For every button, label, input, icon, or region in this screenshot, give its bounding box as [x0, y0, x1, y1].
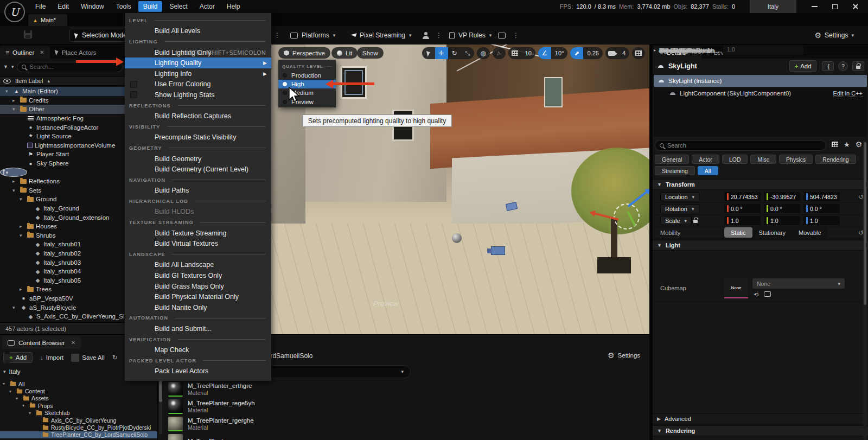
- location-z-field[interactable]: 504.74823: [803, 192, 840, 201]
- expander-icon[interactable]: ▾: [22, 403, 27, 408]
- filter-chip[interactable]: Physics: [779, 155, 813, 164]
- filter-chip[interactable]: LOD: [722, 155, 748, 164]
- menubar-item[interactable]: Window: [76, 1, 109, 12]
- move-tool-button[interactable]: [435, 47, 448, 59]
- asset-row[interactable]: M_TreePlanter_erthgreMaterial: [168, 380, 646, 398]
- user-overflow[interactable]: ⋮: [436, 29, 443, 42]
- folder-row[interactable]: ▾ Assets: [0, 395, 157, 402]
- mobility-option[interactable]: Stationary: [752, 227, 793, 238]
- grid-snap-button[interactable]: [508, 47, 521, 59]
- grid-snap-value[interactable]: 10: [521, 50, 535, 56]
- show-dropdown[interactable]: Show: [357, 47, 384, 59]
- rotate-tool-button[interactable]: [448, 47, 461, 59]
- save-all-button[interactable]: Save All: [71, 354, 105, 362]
- build-menu-row[interactable]: Precompute Static Visibility Precompute …: [125, 132, 271, 143]
- section-rendering[interactable]: ▼ Rendering: [653, 425, 868, 436]
- build-menu-row[interactable]: Build Virtual Textures Build Virtual Tex…: [125, 238, 271, 249]
- build-menu-row[interactable]: TEXTURE STREAMING TEXTURE STREAMING ▶: [125, 217, 271, 228]
- quality-option[interactable]: High: [278, 80, 336, 88]
- quality-option[interactable]: Production: [278, 71, 336, 80]
- filter-chip[interactable]: Rendering: [815, 155, 856, 164]
- edit-in-cpp-link[interactable]: Edit in C++: [833, 90, 863, 97]
- expander-icon[interactable]: ▾: [12, 305, 18, 310]
- outliner-row[interactable]: Italy_shrub05: [0, 276, 126, 285]
- project-name-tab[interactable]: Italy: [750, 0, 796, 13]
- blueprint-button[interactable]: -[: [822, 61, 834, 71]
- menubar-item[interactable]: Select: [164, 1, 192, 12]
- rotation-x-field[interactable]: 0.0 °: [724, 204, 761, 213]
- perspective-dropdown[interactable]: Perspective: [278, 47, 330, 59]
- close-tab-icon[interactable]: ✕: [71, 340, 75, 346]
- scale-snap-value[interactable]: 0.25: [583, 50, 602, 56]
- rotation-z-field[interactable]: 0.0 °: [803, 204, 840, 213]
- build-menu-row[interactable]: GEOMETRY GEOMETRY ▶: [125, 143, 271, 154]
- quality-option[interactable]: Preview: [278, 98, 336, 106]
- menubar-item[interactable]: Build: [138, 1, 163, 12]
- browse-icon[interactable]: [764, 291, 771, 298]
- expander-icon[interactable]: ▾: [9, 389, 14, 394]
- expander-icon[interactable]: ▾: [5, 88, 11, 94]
- chevron-down-icon[interactable]: ▾: [11, 64, 14, 69]
- scale-dropdown[interactable]: Scale▾: [660, 216, 692, 225]
- filter-chip[interactable]: Actor: [692, 155, 719, 164]
- tab-main-level[interactable]: ▲ Main*: [28, 14, 67, 26]
- tv-overflow[interactable]: ⋮: [513, 29, 520, 42]
- build-menu-row[interactable]: Build All Landscape Build All Landscape …: [125, 260, 271, 271]
- outliner-search[interactable]: [17, 62, 123, 72]
- camera-speed-button[interactable]: [605, 47, 618, 59]
- mobility-option[interactable]: Static: [724, 227, 752, 238]
- folder-row[interactable]: ▾ Props: [0, 402, 157, 409]
- scale-z-field[interactable]: 1.0: [803, 216, 840, 225]
- build-menu-row[interactable]: Use Error Coloring Use Error Coloring ▶: [125, 79, 271, 90]
- cubemap-dropdown[interactable]: None▾: [752, 278, 845, 289]
- menubar-item[interactable]: File: [30, 1, 50, 12]
- location-x-field[interactable]: 20.774353: [724, 192, 761, 201]
- build-menu-row[interactable]: Map Check Map Check ▶: [125, 345, 271, 355]
- details-scrollbar[interactable]: [863, 140, 867, 440]
- folder-row[interactable]: ▾ All: [0, 380, 157, 387]
- build-menu-row[interactable]: Build All Levels Build All Levels ▶: [125, 26, 271, 37]
- surface-snap-button[interactable]: [493, 47, 506, 59]
- help-button[interactable]: ?: [838, 61, 848, 71]
- folder-row[interactable]: ▾ Content: [0, 387, 157, 394]
- outliner-row[interactable]: ▾ Ground: [0, 195, 126, 204]
- add-component-button[interactable]: + Add: [789, 60, 816, 72]
- build-menu-row[interactable]: REFLECTIONS REFLECTIONS ▶: [125, 100, 271, 111]
- menubar-item[interactable]: Actor: [195, 1, 220, 12]
- outliner-row[interactable]: aBP_Vespa50V: [0, 294, 126, 303]
- vp-roles-dropdown[interactable]: VP Roles ▾: [449, 29, 492, 42]
- outliner-row[interactable]: ▸ Houses: [0, 222, 126, 231]
- history-back-button[interactable]: [112, 354, 118, 361]
- rotation-dropdown[interactable]: Rotation▾: [660, 204, 699, 213]
- favorites-icon[interactable]: ★: [844, 141, 850, 149]
- tab-place-actors[interactable]: Place Actors: [50, 46, 102, 59]
- scale-snap-button[interactable]: [570, 47, 583, 59]
- menubar-item[interactable]: Help: [222, 1, 245, 12]
- build-menu-row[interactable]: Build HLODs Build HLODs ▶: [125, 207, 271, 218]
- scale-lock-icon[interactable]: [693, 220, 698, 223]
- content-browser-root[interactable]: ▾ Italy: [3, 368, 21, 375]
- rotation-snap-value[interactable]: 10°: [551, 50, 568, 56]
- build-menu-row[interactable]: AUTOMATION AUTOMATION ▶: [125, 313, 271, 324]
- build-menu-row[interactable]: Build GI Textures Only Build GI Textures…: [125, 270, 271, 281]
- build-menu-row[interactable]: Build Lighting Only Build Lighting Only …: [125, 47, 271, 58]
- user-button[interactable]: [422, 29, 429, 42]
- outliner-row[interactable]: LightmassImportanceVolume: [0, 141, 126, 150]
- outliner-row[interactable]: S_Axis_CC_by_OliverYeung_Sl: [0, 312, 126, 321]
- section-advanced[interactable]: ▶ Advanced: [653, 413, 868, 424]
- component-row-lightcomponent[interactable]: LightComponent (SkyLightComponent0) Edit…: [654, 88, 867, 99]
- expander-icon[interactable]: ▾: [12, 188, 18, 193]
- build-menu-row[interactable]: Build Paths Build Paths ▶: [125, 186, 271, 196]
- asset-row[interactable]: M_TreePlanter_rgergheMaterial: [168, 415, 646, 432]
- build-menu-row[interactable]: PACKED LEVEL ACTOR PACKED LEVEL ACTOR ▶: [125, 355, 271, 366]
- pixel-streaming-dropdown[interactable]: Pixel Streaming ▾: [353, 29, 412, 42]
- folder-row[interactable]: Axis_CC_by_OliverYeung: [0, 417, 157, 424]
- outliner-search-input[interactable]: [29, 63, 118, 70]
- filter-icon[interactable]: ▼: [3, 64, 8, 69]
- scale-y-field[interactable]: 1.0: [764, 216, 800, 225]
- outliner-row[interactable]: Italy_Ground_extension: [0, 213, 126, 222]
- folder-row[interactable]: ▾ Sketchfab: [0, 410, 157, 417]
- build-menu-row[interactable]: Build Nanite Only Build Nanite Only ▶: [125, 302, 271, 313]
- maximize-viewport-button[interactable]: [632, 47, 645, 59]
- filter-chip[interactable]: Streaming: [655, 166, 695, 175]
